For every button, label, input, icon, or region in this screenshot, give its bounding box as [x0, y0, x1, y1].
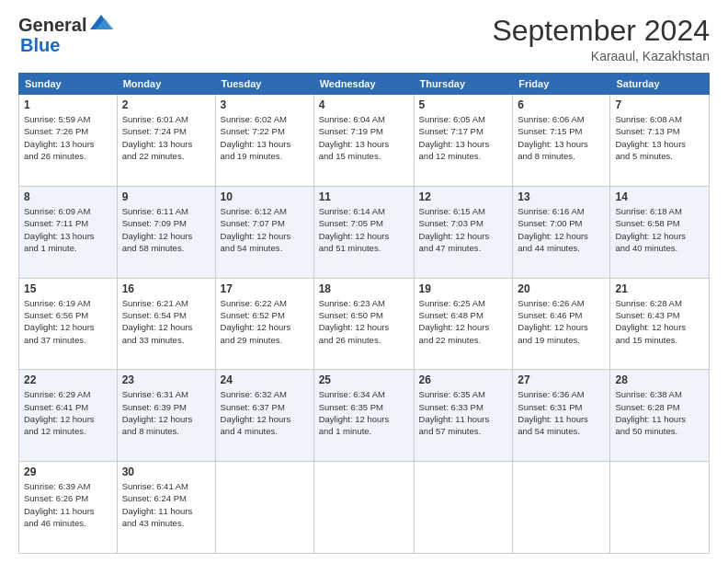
day-number: 17	[221, 282, 309, 295]
page: General Blue September 2024 Karaaul, Kaz…	[0, 0, 728, 563]
day-info: Sunrise: 6:01 AMSunset: 7:24 PMDaylight:…	[122, 113, 210, 162]
day-cell: 28 Sunrise: 6:38 AMSunset: 6:28 PMDaylig…	[610, 370, 710, 462]
day-info: Sunrise: 6:38 AMSunset: 6:28 PMDaylight:…	[615, 388, 704, 437]
day-cell: 9 Sunrise: 6:11 AMSunset: 7:09 PMDayligh…	[117, 186, 215, 278]
day-cell: 1 Sunrise: 5:59 AMSunset: 7:26 PMDayligh…	[19, 95, 118, 187]
day-info: Sunrise: 6:04 AMSunset: 7:19 PMDaylight:…	[319, 113, 409, 162]
day-cell: 22 Sunrise: 6:29 AMSunset: 6:41 PMDaylig…	[19, 370, 118, 462]
day-number: 18	[319, 282, 409, 295]
weekday-header-thursday: Thursday	[414, 74, 513, 95]
day-info: Sunrise: 6:28 AMSunset: 6:43 PMDaylight:…	[615, 297, 704, 346]
weekday-header-monday: Monday	[117, 74, 215, 95]
day-cell: 21 Sunrise: 6:28 AMSunset: 6:43 PMDaylig…	[610, 278, 710, 370]
day-number: 21	[615, 282, 704, 295]
logo: General Blue	[18, 15, 114, 56]
day-info: Sunrise: 6:36 AMSunset: 6:31 PMDaylight:…	[518, 388, 605, 437]
weekday-header-sunday: Sunday	[19, 74, 118, 95]
day-cell: 25 Sunrise: 6:34 AMSunset: 6:35 PMDaylig…	[313, 370, 414, 462]
day-number: 15	[24, 282, 112, 295]
day-info: Sunrise: 6:12 AMSunset: 7:07 PMDaylight:…	[221, 205, 309, 254]
week-row-1: 1 Sunrise: 5:59 AMSunset: 7:26 PMDayligh…	[19, 95, 710, 187]
day-number: 19	[419, 282, 508, 295]
day-cell	[313, 462, 414, 554]
day-info: Sunrise: 6:22 AMSunset: 6:52 PMDaylight:…	[221, 297, 309, 346]
calendar-table: SundayMondayTuesdayWednesdayThursdayFrid…	[18, 73, 710, 554]
day-cell: 4 Sunrise: 6:04 AMSunset: 7:19 PMDayligh…	[313, 95, 414, 187]
logo-text: General	[18, 15, 114, 35]
day-number: 13	[518, 190, 605, 203]
day-number: 26	[419, 373, 508, 386]
day-number: 9	[122, 190, 210, 203]
day-number: 22	[24, 373, 112, 386]
weekday-header-tuesday: Tuesday	[215, 74, 313, 95]
day-info: Sunrise: 5:59 AMSunset: 7:26 PMDaylight:…	[24, 113, 112, 162]
day-number: 6	[518, 98, 605, 111]
day-info: Sunrise: 6:31 AMSunset: 6:39 PMDaylight:…	[122, 388, 210, 437]
day-info: Sunrise: 6:19 AMSunset: 6:56 PMDaylight:…	[24, 297, 112, 346]
day-number: 2	[122, 98, 210, 111]
day-cell: 2 Sunrise: 6:01 AMSunset: 7:24 PMDayligh…	[117, 95, 215, 187]
day-number: 25	[319, 373, 409, 386]
day-cell: 17 Sunrise: 6:22 AMSunset: 6:52 PMDaylig…	[215, 278, 313, 370]
day-info: Sunrise: 6:14 AMSunset: 7:05 PMDaylight:…	[319, 205, 409, 254]
day-cell: 20 Sunrise: 6:26 AMSunset: 6:46 PMDaylig…	[513, 278, 610, 370]
week-row-2: 8 Sunrise: 6:09 AMSunset: 7:11 PMDayligh…	[19, 186, 710, 278]
day-number: 1	[24, 98, 112, 111]
day-number: 28	[615, 373, 704, 386]
day-number: 11	[319, 190, 409, 203]
day-info: Sunrise: 6:15 AMSunset: 7:03 PMDaylight:…	[419, 205, 508, 254]
day-info: Sunrise: 6:06 AMSunset: 7:15 PMDaylight:…	[518, 113, 605, 162]
day-cell: 19 Sunrise: 6:25 AMSunset: 6:48 PMDaylig…	[414, 278, 513, 370]
weekday-header-row: SundayMondayTuesdayWednesdayThursdayFrid…	[19, 74, 710, 95]
day-cell: 6 Sunrise: 6:06 AMSunset: 7:15 PMDayligh…	[513, 95, 610, 187]
day-number: 27	[518, 373, 605, 386]
day-info: Sunrise: 6:35 AMSunset: 6:33 PMDaylight:…	[419, 388, 508, 437]
day-number: 30	[122, 465, 210, 478]
day-info: Sunrise: 6:16 AMSunset: 7:00 PMDaylight:…	[518, 205, 605, 254]
day-info: Sunrise: 6:25 AMSunset: 6:48 PMDaylight:…	[419, 297, 508, 346]
day-cell: 23 Sunrise: 6:31 AMSunset: 6:39 PMDaylig…	[117, 370, 215, 462]
day-cell: 10 Sunrise: 6:12 AMSunset: 7:07 PMDaylig…	[215, 186, 313, 278]
day-info: Sunrise: 6:29 AMSunset: 6:41 PMDaylight:…	[24, 388, 112, 437]
day-number: 7	[615, 98, 704, 111]
day-number: 29	[24, 465, 112, 478]
day-number: 14	[615, 190, 704, 203]
day-cell: 27 Sunrise: 6:36 AMSunset: 6:31 PMDaylig…	[513, 370, 610, 462]
day-info: Sunrise: 6:34 AMSunset: 6:35 PMDaylight:…	[319, 388, 409, 437]
day-number: 3	[221, 98, 309, 111]
day-number: 8	[24, 190, 112, 203]
day-cell	[513, 462, 610, 554]
weekday-header-wednesday: Wednesday	[313, 74, 414, 95]
day-cell: 7 Sunrise: 6:08 AMSunset: 7:13 PMDayligh…	[610, 95, 710, 187]
weekday-header-saturday: Saturday	[610, 74, 710, 95]
day-number: 10	[221, 190, 309, 203]
day-cell: 14 Sunrise: 6:18 AMSunset: 6:58 PMDaylig…	[610, 186, 710, 278]
weekday-header-friday: Friday	[513, 74, 610, 95]
day-number: 23	[122, 373, 210, 386]
day-number: 4	[319, 98, 409, 111]
day-cell	[610, 462, 710, 554]
logo-blue-text: Blue	[20, 35, 60, 56]
day-info: Sunrise: 6:41 AMSunset: 6:24 PMDaylight:…	[122, 480, 210, 529]
day-info: Sunrise: 6:26 AMSunset: 6:46 PMDaylight:…	[518, 297, 605, 346]
day-cell: 12 Sunrise: 6:15 AMSunset: 7:03 PMDaylig…	[414, 186, 513, 278]
week-row-3: 15 Sunrise: 6:19 AMSunset: 6:56 PMDaylig…	[19, 278, 710, 370]
day-cell: 18 Sunrise: 6:23 AMSunset: 6:50 PMDaylig…	[313, 278, 414, 370]
day-info: Sunrise: 6:11 AMSunset: 7:09 PMDaylight:…	[122, 205, 210, 254]
day-number: 16	[122, 282, 210, 295]
day-cell: 11 Sunrise: 6:14 AMSunset: 7:05 PMDaylig…	[313, 186, 414, 278]
day-info: Sunrise: 6:21 AMSunset: 6:54 PMDaylight:…	[122, 297, 210, 346]
day-cell: 29 Sunrise: 6:39 AMSunset: 6:26 PMDaylig…	[19, 462, 118, 554]
day-info: Sunrise: 6:02 AMSunset: 7:22 PMDaylight:…	[221, 113, 309, 162]
month-title: September 2024	[492, 15, 710, 47]
day-number: 5	[419, 98, 508, 111]
logo-general: General	[18, 16, 86, 34]
day-cell: 13 Sunrise: 6:16 AMSunset: 7:00 PMDaylig…	[513, 186, 610, 278]
day-info: Sunrise: 6:18 AMSunset: 6:58 PMDaylight:…	[615, 205, 704, 254]
day-info: Sunrise: 6:05 AMSunset: 7:17 PMDaylight:…	[419, 113, 508, 162]
day-info: Sunrise: 6:39 AMSunset: 6:26 PMDaylight:…	[24, 480, 112, 529]
logo-icon	[88, 13, 114, 33]
day-cell: 8 Sunrise: 6:09 AMSunset: 7:11 PMDayligh…	[19, 186, 118, 278]
day-cell	[414, 462, 513, 554]
day-number: 24	[221, 373, 309, 386]
